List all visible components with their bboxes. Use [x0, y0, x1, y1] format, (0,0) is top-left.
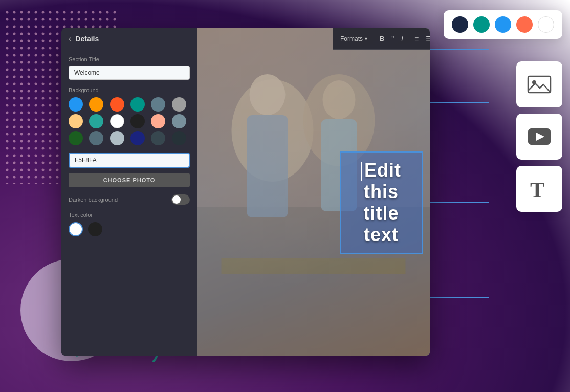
swatch-salmon[interactable] [151, 114, 165, 128]
swatch-teal2[interactable] [89, 114, 103, 128]
back-button[interactable]: ‹ [69, 34, 71, 43]
choose-photo-button[interactable]: CHOOSE PHOTO [69, 173, 190, 187]
editor-image-area: Formats ▼ B " I ≡ ☰ ≡ 🔗 ⊞ T A ▪ ← → [197, 28, 430, 356]
svg-rect-12 [247, 115, 288, 217]
swatch-peach[interactable] [69, 114, 83, 128]
swatch-slate[interactable] [151, 97, 165, 112]
color-palette-panel [444, 10, 562, 39]
swatch-grey-blue[interactable] [89, 131, 103, 145]
image-panel[interactable] [516, 61, 562, 107]
darken-bg-row: Darken background [69, 194, 190, 205]
sidebar-header: ‹ Details [61, 28, 197, 50]
title-edit-area[interactable]: Edit this title text [333, 50, 430, 356]
palette-dot-teal[interactable] [473, 16, 490, 33]
icon-panels: T [516, 61, 562, 212]
swatch-black[interactable] [130, 114, 145, 128]
text-color-row [69, 222, 190, 236]
editor-container: ‹ Details Section Title Background [61, 28, 430, 356]
align-left-button[interactable]: ≡ [412, 33, 421, 45]
swatch-dark-green[interactable] [69, 131, 83, 145]
title-edit-text: Edit this title text [356, 160, 406, 246]
swatch-blue-grey[interactable] [172, 114, 186, 128]
text-icon: T [526, 176, 553, 202]
swatch-orange[interactable] [89, 97, 103, 112]
formats-dropdown[interactable]: Formats ▼ [338, 34, 371, 44]
background-label: Background [69, 87, 190, 93]
swatch-blue[interactable] [69, 97, 83, 112]
darken-bg-label: Darken background [69, 197, 118, 203]
darken-bg-toggle[interactable] [171, 194, 190, 205]
sidebar-title: Details [75, 35, 99, 43]
text-color-black[interactable] [88, 222, 102, 236]
toggle-knob [172, 195, 181, 204]
editor-sidebar: ‹ Details Section Title Background [61, 28, 197, 356]
connector-h-top [427, 49, 489, 50]
section-title-label: Section Title [69, 56, 190, 62]
quote-button[interactable]: " [389, 33, 397, 45]
svg-rect-15 [528, 76, 551, 93]
editor-toolbar: Formats ▼ B " I ≡ ☰ ≡ 🔗 ⊞ T A ▪ ← → [333, 28, 430, 50]
palette-dot-coral[interactable] [516, 16, 533, 33]
palette-dot-white[interactable] [538, 16, 554, 33]
text-cursor [361, 162, 362, 181]
color-swatch-grid [69, 97, 190, 145]
swatch-darkest[interactable] [172, 131, 186, 145]
connector-h-mid [427, 102, 489, 103]
sidebar-content: Section Title Background [61, 50, 197, 243]
text-panel[interactable]: T [516, 166, 562, 212]
video-icon [526, 123, 553, 150]
palette-dot-navy[interactable] [452, 16, 468, 33]
align-center-button[interactable]: ☰ [423, 33, 430, 45]
video-panel[interactable] [516, 114, 562, 160]
image-icon [526, 71, 553, 98]
swatch-red[interactable] [110, 97, 124, 112]
swatch-light-blue[interactable] [110, 131, 124, 145]
swatch-dark-slate[interactable] [151, 131, 165, 145]
palette-dot-blue[interactable] [495, 16, 511, 33]
bold-button[interactable]: B [377, 33, 387, 44]
svg-point-11 [250, 74, 286, 115]
title-edit-box[interactable]: Edit this title text [340, 151, 423, 254]
text-color-label: Text color [69, 212, 190, 218]
section-title-input[interactable] [69, 66, 190, 80]
hex-color-input[interactable] [69, 153, 190, 168]
swatch-indigo[interactable] [130, 131, 145, 145]
swatch-teal[interactable] [130, 97, 145, 112]
swatch-grey[interactable] [172, 97, 186, 112]
connector-h-bottom [427, 297, 489, 298]
text-color-white[interactable] [69, 222, 83, 236]
swatch-white[interactable] [110, 114, 124, 128]
italic-button[interactable]: I [399, 33, 406, 44]
connector-h-lower [427, 202, 489, 203]
svg-text:T: T [530, 178, 544, 202]
